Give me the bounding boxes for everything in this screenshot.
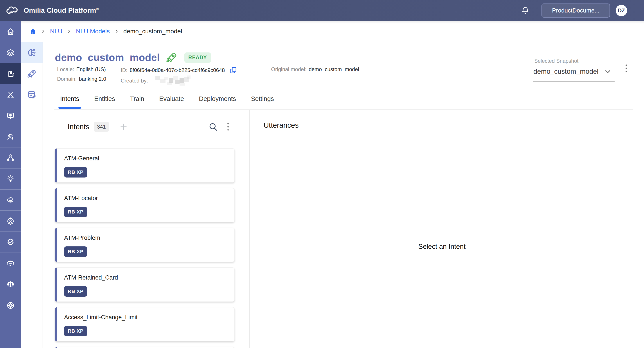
sidebar-item-nlu-module[interactable] [0,63,21,84]
intent-name: ATM-Locator [64,195,98,202]
sidebar-item-voice-analytics[interactable] [0,105,21,126]
page-title: demo_custom_model [55,52,160,64]
tabs-bar: Intents Entities Train Evaluate Deployme… [43,93,644,110]
utterances-empty-state: Select an Intent [250,243,634,250]
form-edit-icon [27,90,37,100]
chevron-right-icon [67,29,72,34]
breadcrumb-link-nlu[interactable]: NLU [50,28,62,35]
copy-icon[interactable] [230,66,237,74]
redacted-user-name [154,75,193,86]
layers-icon [6,48,15,57]
tab-intents[interactable]: Intents [60,92,79,108]
omilia-cloud-logo-icon [6,6,19,15]
breadcrumb-home-icon[interactable] [30,28,36,35]
snapshot-select[interactable]: Selected Snapshot demo_custom_model [533,58,614,82]
meta-created-by: Created by: [121,75,193,86]
sidebar-item-lightbulb[interactable] [0,168,21,190]
model-actions-kebab-icon[interactable] [624,63,628,73]
meta-id: ID:8f06f54e-0d0a-407c-b225-cd4f6c9c0648 [121,66,237,74]
sidebar-item-layers[interactable] [0,42,21,63]
scales-icon [6,280,15,289]
intent-name: ATM-Retained_Card [64,274,118,281]
gear-user-icon [6,217,15,226]
top-bar: Omilia Cloud Platform® ProductDocume... … [0,0,644,21]
meta-locale: Locale:English (US) [57,66,106,72]
intent-card[interactable]: ATM-Locator RB XP [55,188,235,222]
intent-card[interactable]: Access_Limit-Change_Limit RB XP [55,307,235,342]
meta-original-model: Original model:demo_custom_model [271,66,359,72]
cloud-service-icon [6,196,15,204]
intent-card[interactable]: ATM-Problem RB XP [55,228,235,262]
intent-tags-badge: RB XP [64,246,87,257]
intent-card-partial[interactable] [55,347,235,348]
tab-settings[interactable]: Settings [251,92,274,108]
intent-card[interactable]: ATM-General RB XP [55,148,235,182]
sidebar-item-scales[interactable] [0,274,21,295]
chip-icon [6,259,15,268]
home-icon [6,27,15,36]
brand-title: Omilia Cloud Platform® [24,6,99,14]
intent-name: ATM-Problem [64,234,100,241]
subsidebar-item-brain-circuit[interactable] [21,42,42,63]
chevron-down-icon [604,68,612,75]
breadcrumb: NLU NLU Models demo_custom_model [21,21,644,42]
snapshot-value: demo_custom_model [533,68,598,76]
set-square-icon [6,90,15,99]
subsidebar-item-form-edit[interactable] [21,84,42,105]
main-content: demo_custom_model READY Locale:English (… [43,42,644,348]
registered-mark: ® [96,7,99,11]
lightbulb-icon [6,175,15,184]
intent-tags-badge: RB XP [64,167,87,178]
sidebar-item-network-nodes[interactable] [0,148,21,168]
chevron-right-icon [41,29,46,34]
sidebar-item-agent-headset[interactable] [0,126,21,148]
meta-domain: Domain:banking 2.0 [57,76,106,82]
sidebar-item-gear-user[interactable] [0,211,21,232]
badge-check-icon [6,238,15,247]
intent-name: Access_Limit-Change_Limit [64,314,138,321]
tab-deployments[interactable]: Deployments [199,92,236,108]
intent-name: ATM-General [64,155,99,162]
sidebar-item-life-ring[interactable] [0,295,21,316]
intent-tags-badge: RB XP [64,286,87,297]
subsidebar-item-rocket[interactable] [21,63,42,84]
rocket-icon [27,69,37,79]
nlu-module-icon [6,69,15,78]
network-nodes-icon [6,154,15,162]
user-avatar[interactable]: DZ [616,5,627,16]
sidebar-item-cloud-service[interactable] [0,190,21,211]
tab-entities[interactable]: Entities [94,92,115,108]
breadcrumb-current: demo_custom_model [123,28,182,35]
secondary-sidebar [21,42,43,348]
life-ring-icon [6,301,15,310]
sidebar-item-set-square[interactable] [0,84,21,105]
brain-circuit-icon [27,48,37,58]
intents-panel: Intents 341 ATM-General RB XP ATM-Locato… [43,110,250,348]
utterances-panel: Utterances Select an Intent [250,110,644,348]
chevron-right-icon [114,29,119,34]
voice-analytics-icon [6,112,15,120]
intents-list-kebab-icon[interactable] [226,122,230,132]
rocket-icon [166,51,178,64]
intent-card[interactable]: ATM-Retained_Card RB XP [55,268,235,302]
intents-panel-title: Intents [68,123,89,131]
primary-sidebar [0,21,21,348]
intents-count-badge: 341 [94,122,109,132]
tab-evaluate[interactable]: Evaluate [159,92,184,108]
sidebar-item-chip[interactable] [0,253,21,274]
tab-train[interactable]: Train [130,92,144,108]
sidebar-filler [0,316,21,346]
intent-tags-badge: RB XP [64,207,87,217]
agent-headset-icon [6,132,15,141]
add-intent-icon[interactable] [119,122,128,131]
search-icon[interactable] [208,122,218,132]
organization-button[interactable]: ProductDocume... [542,4,610,18]
sidebar-item-badge-check[interactable] [0,232,21,253]
notifications-bell-icon[interactable] [521,6,529,15]
breadcrumb-link-nlu-models[interactable]: NLU Models [76,28,110,35]
snapshot-label: Selected Snapshot [534,58,578,64]
intent-tags-badge: RB XP [64,326,87,336]
utterances-panel-title: Utterances [264,121,299,130]
sidebar-item-home[interactable] [0,21,21,42]
status-badge: READY [184,52,211,63]
